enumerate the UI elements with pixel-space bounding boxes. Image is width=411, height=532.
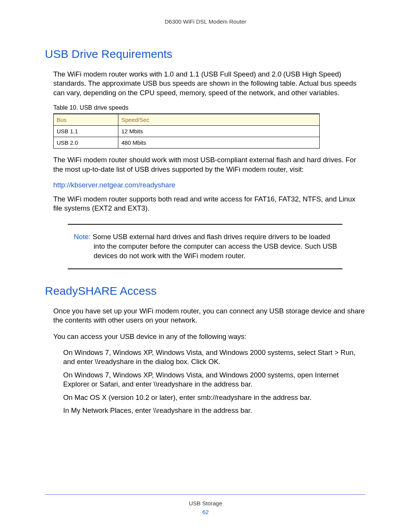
list-item: In My Network Places, enter \\readyshare… — [63, 406, 365, 415]
heading-readyshare-access: ReadySHARE Access — [45, 284, 365, 297]
note-box: Note: Some USB external hard drives and … — [68, 224, 342, 269]
table-cell: USB 2.0 — [54, 137, 118, 149]
paragraph: Once you have set up your WiFi modem rou… — [45, 307, 365, 325]
table-row: USB 2.0 480 Mbits — [54, 137, 320, 149]
page-header: D6300 WiFi DSL Modem Router — [0, 0, 411, 25]
table-row: USB 1.1 12 Mbits — [54, 126, 320, 137]
footer-divider — [45, 494, 365, 495]
table-cell: 480 Mbits — [118, 137, 320, 149]
page-content: USB Drive Requirements The WiFi modem ro… — [0, 25, 411, 415]
paragraph: You can access your USB device in any of… — [45, 332, 365, 341]
note-text: Some USB external hard drives and flash … — [92, 233, 337, 260]
paragraph: The WiFi modem router supports both read… — [45, 195, 365, 213]
list-item: On Mac OS X (version 10.2 or later), ent… — [63, 393, 365, 402]
list-item: On Windows 7, Windows XP, Windows Vista,… — [63, 348, 365, 367]
table-caption: Table 10. USB drive speeds — [53, 104, 365, 111]
table-header-cell: Speed/Sec — [118, 114, 320, 126]
paragraph: The WiFi modem router works with 1.0 and… — [45, 70, 365, 97]
note-content: Note: Some USB external hard drives and … — [69, 232, 341, 261]
table-header-cell: Bus — [54, 114, 118, 126]
access-methods-list: On Windows 7, Windows XP, Windows Vista,… — [45, 348, 365, 415]
footer-section-name: USB Storage — [0, 500, 411, 506]
table-cell: USB 1.1 — [54, 126, 118, 137]
readyshare-link[interactable]: http://kbserver.netgear.com/readyshare — [45, 181, 365, 189]
table-header-row: Bus Speed/Sec — [54, 114, 320, 126]
footer-page-number: 62 — [0, 509, 411, 515]
list-item: On Windows 7, Windows XP, Windows Vista,… — [63, 371, 365, 389]
heading-usb-requirements: USB Drive Requirements — [45, 48, 365, 61]
page-footer: USB Storage 62 — [0, 494, 411, 515]
usb-speeds-table: Bus Speed/Sec USB 1.1 12 Mbits USB 2.0 4… — [53, 113, 320, 149]
note-label: Note: — [74, 233, 91, 241]
paragraph: The WiFi modem router should work with m… — [45, 155, 365, 174]
table-cell: 12 Mbits — [118, 126, 320, 137]
